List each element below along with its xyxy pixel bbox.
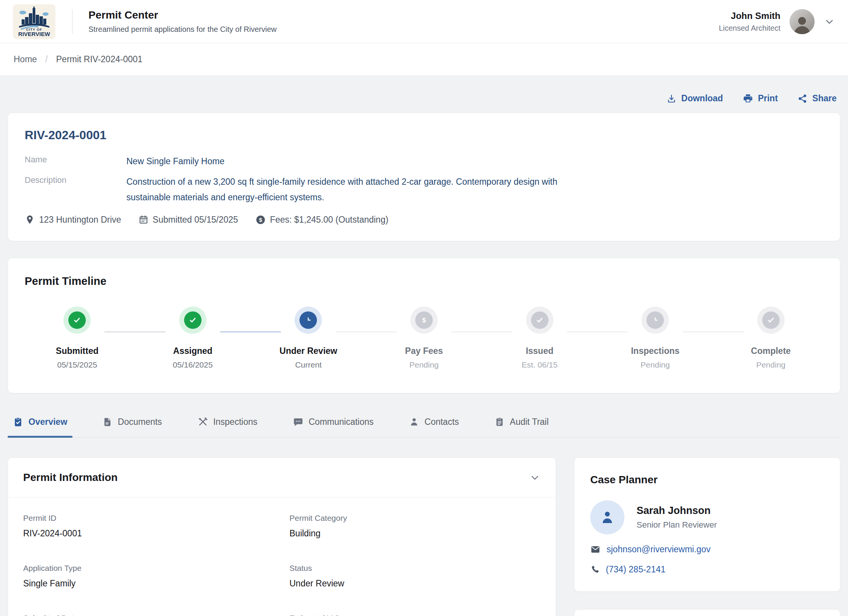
share-label: Share bbox=[812, 93, 837, 104]
field-label: Submitted Date bbox=[23, 614, 274, 616]
case-planner-card: Case Planner Sarah Johnson Senior Plan R… bbox=[574, 457, 840, 592]
clipboard-check-icon bbox=[13, 417, 23, 427]
detail-tabs: Overview Documents Inspections Communi bbox=[8, 412, 840, 438]
permit-name-row: Name New Single Family Home bbox=[25, 154, 823, 169]
step-sublabel: 05/16/2025 bbox=[173, 360, 213, 369]
location-pin-icon bbox=[25, 215, 35, 225]
permit-timeline-card: Permit Timeline Submitted 05/15/2025 Ass… bbox=[8, 258, 840, 393]
field-estimated-value: Estimated Value $850,000 bbox=[290, 614, 541, 616]
tab-label: Inspections bbox=[213, 417, 257, 427]
user-info: John Smith Licensed Architect bbox=[719, 11, 780, 33]
svg-text:RIVERVIEW: RIVERVIEW bbox=[18, 31, 50, 37]
timeline-step-pay-fees: $ Pay Fees Pending bbox=[366, 306, 482, 369]
mail-icon bbox=[590, 544, 601, 555]
timeline-step-issued: Issued Est. 06/15 bbox=[482, 306, 597, 369]
chat-bubble-icon bbox=[293, 417, 303, 427]
field-status: Status Under Review bbox=[290, 564, 541, 589]
user-role: Licensed Architect bbox=[719, 24, 780, 33]
document-actions: Download Print Share bbox=[8, 93, 837, 104]
chevron-down-icon bbox=[824, 16, 835, 27]
person-icon bbox=[409, 417, 419, 427]
field-label: Application Type bbox=[23, 564, 274, 573]
app-header: CITY OF RIVERVIEW Permit Center Streamli… bbox=[0, 0, 848, 43]
step-status-circle bbox=[295, 306, 322, 334]
step-label: Assigned bbox=[173, 346, 213, 356]
breadcrumb-separator: / bbox=[45, 54, 47, 64]
description-label: Description bbox=[25, 174, 126, 205]
field-permit-category: Permit Category Building bbox=[290, 514, 541, 539]
avatar-photo-placeholder bbox=[791, 13, 813, 34]
tab-documents[interactable]: Documents bbox=[98, 412, 166, 437]
tab-label: Communications bbox=[309, 417, 374, 427]
tab-label: Audit Trail bbox=[510, 417, 549, 427]
fees-text: Fees: $1,245.00 (Outstanding) bbox=[270, 215, 388, 225]
case-planner-name: Sarah Johnson bbox=[637, 505, 717, 517]
main-content: Download Print Share RIV-2024-0001 Name … bbox=[0, 93, 848, 616]
file-icon bbox=[103, 417, 112, 427]
print-button[interactable]: Print bbox=[743, 93, 778, 104]
user-avatar[interactable] bbox=[790, 9, 815, 34]
field-submitted-date: Submitted Date 05/15/2025 bbox=[23, 614, 274, 616]
tab-overview[interactable]: Overview bbox=[8, 412, 72, 437]
name-label: Name bbox=[25, 154, 126, 169]
page-subtitle: Streamlined permit applications for the … bbox=[88, 25, 277, 34]
permit-description-row: Description Construction of a new 3,200 … bbox=[25, 174, 823, 205]
step-sublabel: Pending bbox=[641, 360, 670, 369]
step-sublabel: Pending bbox=[756, 360, 785, 369]
download-button[interactable]: Download bbox=[667, 93, 723, 104]
breadcrumb: Home / Permit RIV-2024-0001 bbox=[0, 43, 848, 76]
step-label: Inspections bbox=[631, 346, 679, 356]
breadcrumb-home-link[interactable]: Home bbox=[14, 54, 37, 64]
share-button[interactable]: Share bbox=[798, 93, 837, 104]
step-label: Pay Fees bbox=[405, 346, 443, 356]
permit-id-heading: RIV-2024-0001 bbox=[25, 128, 823, 142]
step-status-circle bbox=[526, 306, 553, 334]
case-planner-email-link[interactable]: sjohnson@riverviewmi.gov bbox=[607, 544, 711, 555]
permit-information-panel: Permit Information Permit ID RIV-2024-00… bbox=[8, 457, 556, 616]
city-logo: CITY OF RIVERVIEW bbox=[13, 4, 55, 39]
permit-summary-card: RIV-2024-0001 Name New Single Family Hom… bbox=[8, 113, 840, 241]
timeline-title: Permit Timeline bbox=[25, 275, 823, 288]
download-icon bbox=[667, 94, 676, 104]
field-label: Permit Category bbox=[290, 514, 541, 523]
collapse-chevron-icon[interactable] bbox=[529, 472, 541, 483]
field-label: Permit ID bbox=[23, 514, 274, 523]
header-divider bbox=[72, 9, 73, 34]
tab-contacts[interactable]: Contacts bbox=[405, 412, 463, 437]
step-label: Submitted bbox=[56, 346, 98, 356]
case-planner-role: Senior Plan Reviewer bbox=[637, 520, 717, 530]
permit-description-value: Construction of a new 3,200 sq ft single… bbox=[126, 174, 578, 205]
step-label: Under Review bbox=[279, 346, 337, 356]
breadcrumb-current: Permit RIV-2024-0001 bbox=[56, 54, 143, 64]
check-icon bbox=[188, 315, 198, 325]
timeline-step-inspections: Inspections Pending bbox=[597, 306, 713, 369]
field-value: Single Family bbox=[23, 578, 274, 589]
permit-information-title: Permit Information bbox=[23, 471, 118, 484]
permit-information-header: Permit Information bbox=[8, 458, 556, 498]
phone-icon bbox=[590, 565, 600, 574]
case-planner-phone-row: (734) 285-2141 bbox=[590, 564, 824, 575]
app-title-block: Permit Center Streamlined permit applica… bbox=[88, 9, 277, 34]
case-planner-email-row: sjohnson@riverviewmi.gov bbox=[590, 544, 824, 555]
svg-text:$: $ bbox=[259, 217, 262, 223]
case-planner-person: Sarah Johnson Senior Plan Reviewer bbox=[590, 500, 824, 534]
step-label: Complete bbox=[751, 346, 791, 356]
step-status-circle bbox=[63, 306, 91, 334]
tab-inspections[interactable]: Inspections bbox=[193, 412, 262, 437]
timeline-step-complete: Complete Pending bbox=[713, 306, 829, 369]
tab-audit-trail[interactable]: Audit Trail bbox=[490, 412, 553, 437]
permit-fees: $ Fees: $1,245.00 (Outstanding) bbox=[255, 215, 388, 225]
permit-meta-row: 123 Huntington Drive Submitted 05/15/202… bbox=[25, 215, 823, 225]
step-sublabel: Pending bbox=[409, 360, 438, 369]
user-menu-chevron[interactable] bbox=[824, 16, 835, 27]
case-planner-title: Case Planner bbox=[590, 474, 824, 486]
tab-label: Contacts bbox=[424, 417, 459, 427]
timeline-step-under-review: Under Review Current bbox=[251, 306, 366, 369]
dollar-icon: $ bbox=[419, 315, 429, 325]
page-title: Permit Center bbox=[88, 9, 277, 21]
case-planner-phone-link[interactable]: (734) 285-2141 bbox=[606, 564, 665, 575]
clipboard-list-icon bbox=[495, 417, 504, 427]
dollar-circle-icon: $ bbox=[255, 215, 266, 225]
tab-communications[interactable]: Communications bbox=[288, 412, 378, 437]
clock-icon bbox=[303, 315, 313, 325]
